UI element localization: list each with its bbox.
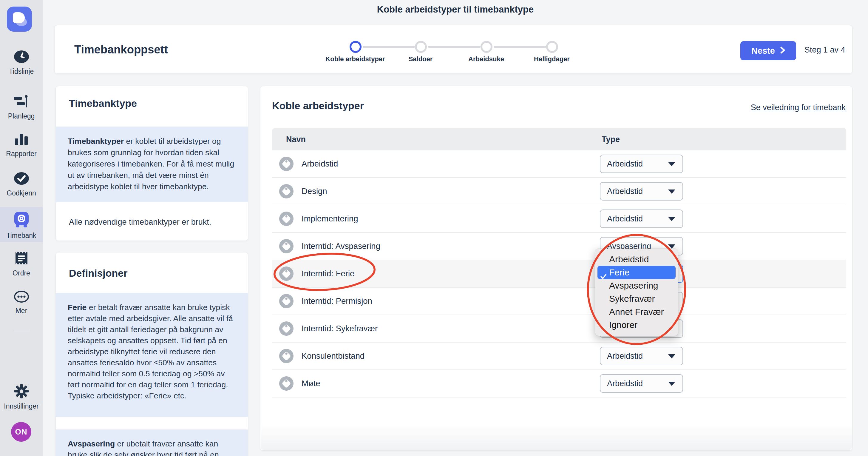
work-type-name: Interntid: Avspasering [302, 233, 380, 260]
table-row-interntid-permisjon: Interntid: Permisjon Arbeidstid [272, 288, 846, 315]
dropdown-arrow-icon [668, 382, 675, 386]
logo-bubble-shape [13, 12, 25, 23]
definition-term: Avspasering [68, 439, 115, 448]
receipt-icon [14, 262, 28, 267]
step-dot [480, 41, 493, 53]
dropdown-arrow-icon [668, 162, 675, 166]
vault-icon [13, 224, 30, 229]
work-type-name: Møte [302, 370, 320, 397]
table-row-design: Design Arbeidstid [272, 178, 846, 205]
sidebar-divider [13, 331, 29, 331]
sidebar-item-timebank[interactable]: Timebank [0, 211, 43, 240]
tag-icon [279, 239, 293, 253]
sidebar-item-label: Timebank [0, 232, 43, 240]
bar-chart-icon [14, 142, 29, 147]
tag-icon [279, 322, 293, 336]
next-button-label: Neste [751, 46, 775, 56]
page-title: Koble arbeidstyper til timebanktype [43, 4, 868, 15]
tag-icon [279, 376, 293, 391]
table-row-interntid-sykefravaer: Interntid: Sykefravær Arbeidstid [272, 315, 846, 343]
type-select-value: Arbeidstid [607, 210, 643, 227]
type-select[interactable]: Arbeidstid [600, 374, 683, 393]
tag-icon [279, 184, 293, 199]
table-row-interntid-avspasering: Interntid: Avspasering Avspasering [272, 233, 846, 260]
sidebar-item-tidslinje[interactable]: Tidslinje [0, 50, 43, 75]
next-button[interactable]: Neste [740, 41, 796, 60]
menu-option-label: Ferie [609, 267, 629, 277]
definitions-panel: Definisjoner Ferie er betalt fravær ansa… [56, 252, 248, 456]
sidebar-item-label: Mer [0, 307, 43, 315]
table-row-mote: Møte Arbeidstid [272, 370, 846, 397]
work-type-name: Interntid: Sykefravær [302, 315, 378, 342]
sidebar-item-innstillinger[interactable]: Innstillinger [0, 384, 43, 411]
chevron-right-icon [780, 46, 785, 56]
clock-icon [14, 60, 29, 65]
work-type-name: Arbeidstid [302, 150, 338, 177]
type-select[interactable]: Arbeidstid [600, 155, 683, 173]
sidebar-item-label: Innstillinger [0, 402, 43, 411]
timebanktype-panel: Timebanktype Timebanktyper er koblet til… [56, 86, 248, 241]
definitions-title: Definisjoner [69, 267, 127, 279]
timebanktype-info-lead: Timebanktyper [68, 137, 124, 146]
step-progress-label: Steg 1 av 4 [804, 45, 845, 55]
sidebar-item-label: Godkjenn [0, 189, 43, 197]
sidebar-item-godkjenn[interactable]: Godkjenn [0, 171, 43, 197]
work-type-name: Design [302, 178, 327, 205]
timebanktype-title: Timebanktype [69, 98, 137, 109]
step-label: Helligdager [510, 55, 594, 63]
check-circle-icon [14, 181, 29, 186]
sidebar-item-rapporter[interactable]: Rapporter [0, 132, 43, 158]
ellipsis-icon [13, 299, 30, 304]
sidebar-item-ordre[interactable]: Ordre [0, 251, 43, 277]
column-header-type: Type [601, 128, 620, 150]
menu-option-arbeidstid[interactable]: Arbeidstid [597, 253, 676, 266]
help-link[interactable]: Se veiledning for timebank [751, 103, 846, 112]
tag-icon [279, 212, 293, 226]
dropdown-arrow-icon [668, 244, 675, 249]
type-select-value: Arbeidstid [607, 155, 643, 173]
menu-option-ignorer[interactable]: Ignorer [597, 318, 676, 332]
tag-icon [279, 267, 293, 281]
tag-icon [279, 157, 293, 171]
step-connector [363, 46, 415, 48]
type-select[interactable]: Arbeidstid [600, 347, 683, 365]
sidebar-item-label: Tidslinje [0, 67, 43, 75]
menu-option-avspasering[interactable]: Avspasering [597, 279, 676, 292]
type-select[interactable]: Arbeidstid [600, 210, 683, 228]
column-header-navn: Navn [286, 128, 306, 150]
step-dot [546, 41, 558, 53]
type-select-value: Arbeidstid [607, 183, 643, 200]
wizard-header-card: Timebankoppsett Koble arbeidstyper Saldo… [54, 25, 852, 74]
type-select-value: Arbeidstid [607, 347, 643, 365]
type-select[interactable]: Arbeidstid [600, 182, 683, 201]
sidebar-item-planlegg[interactable]: Planlegg [0, 95, 43, 120]
table-row-interntid-ferie: Interntid: Ferie Ferie [272, 260, 846, 288]
sidebar-item-label: Planlegg [0, 112, 43, 120]
step-connector [494, 46, 546, 48]
step-dot [349, 41, 362, 53]
step-connector [428, 46, 480, 48]
app-logo[interactable] [7, 6, 32, 32]
table-row-konsulentbistand: Konsulentbistand Arbeidstid [272, 343, 846, 370]
work-type-name: Implementering [302, 205, 358, 232]
sidebar-item-label: Rapporter [0, 150, 43, 158]
definition-avspasering: Avspasering er ubetalt fravær ansatte ka… [56, 429, 248, 456]
definition-term: Ferie [68, 303, 87, 312]
menu-option-sykefravaer[interactable]: Sykefravær [597, 292, 676, 305]
menu-option-ferie[interactable]: Ferie [597, 266, 676, 279]
work-type-name: Interntid: Permisjon [302, 288, 372, 314]
tag-icon [279, 349, 293, 363]
work-type-name: Konsulentbistand [302, 343, 365, 369]
definition-text: er betalt fravær ansatte kan bruke typis… [68, 303, 233, 400]
user-avatar[interactable]: ON [11, 422, 31, 442]
sidebar-item-mer[interactable]: Mer [0, 290, 43, 315]
definition-ferie: Ferie er betalt fravær ansatte kan bruke… [56, 293, 248, 417]
wizard-title: Timebankoppsett [74, 43, 168, 56]
sidebar: Tidslinje Planlegg Rapporter Godkjenn Ti… [0, 0, 43, 456]
link-work-types-panel: Koble arbeidstyper Se veiledning for tim… [260, 86, 852, 451]
timebanktype-info: Timebanktyper er koblet til arbeidstyper… [56, 126, 248, 202]
menu-option-annet-fravaer[interactable]: Annet Fravær [597, 305, 676, 318]
dropdown-arrow-icon [668, 354, 675, 358]
gear-icon [14, 395, 29, 400]
dropdown-arrow-icon [668, 189, 675, 194]
